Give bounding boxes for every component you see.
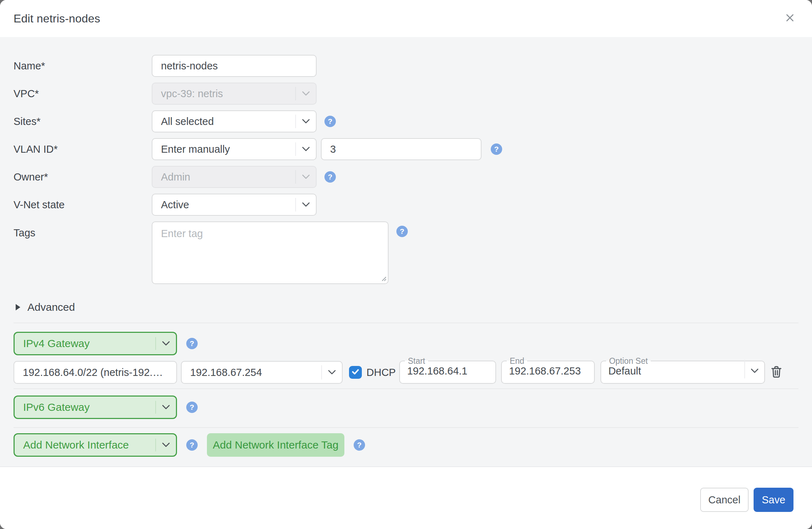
dialog-header: Edit netris-nodes (0, 0, 812, 37)
sites-select-value: All selected (152, 116, 295, 127)
vpc-select: vpc-39: netris (152, 83, 317, 105)
divider (14, 388, 798, 389)
tags-row: Tags ? (14, 221, 798, 286)
vlan-mode-value: Enter manually (152, 143, 295, 155)
chevron-down-icon (745, 368, 764, 373)
caret-right-icon (15, 303, 21, 311)
chevron-down-icon (322, 370, 342, 375)
chevron-down-icon (296, 119, 316, 124)
ipv4-subnet-input[interactable]: 192.168.64.0/22 (netris-192.168… (14, 361, 177, 384)
ipv6-gateway-select[interactable]: IPv6 Gateway (14, 396, 177, 419)
divider (14, 427, 798, 428)
ipv4-subnet-value: 192.168.64.0/22 (netris-192.168… (23, 367, 168, 378)
ipv4-gateway-select-value: IPv4 Gateway (15, 337, 155, 350)
close-icon (784, 12, 796, 25)
add-interface-select[interactable]: Add Network Interface (14, 433, 177, 457)
sites-row: Sites* All selected ? (14, 110, 798, 132)
chevron-down-icon (296, 147, 316, 152)
ipv4-config-row: 192.168.64.0/22 (netris-192.168… 192.168… (14, 361, 798, 384)
owner-row: Owner* Admin ? (14, 166, 798, 188)
chevron-down-icon (156, 405, 176, 410)
close-button[interactable] (782, 11, 798, 26)
owner-help-icon[interactable]: ? (324, 171, 336, 183)
add-interface-select-value: Add Network Interface (15, 439, 155, 451)
dhcp-end-field[interactable]: End 192.168.67.253 (501, 357, 595, 384)
checkmark-icon (351, 367, 360, 378)
vlan-label: VLAN ID* (14, 138, 152, 160)
dhcp-start-value: 192.168.64.1 (400, 365, 495, 377)
ipv4-gateway-row: IPv4 Gateway ? (14, 332, 798, 355)
trash-icon (771, 366, 782, 379)
name-row: Name* netris-nodes (14, 55, 798, 77)
sites-label: Sites* (14, 110, 152, 132)
dhcp-start-field[interactable]: Start 192.168.64.1 (399, 357, 496, 384)
ipv4-gateway-help-icon[interactable]: ? (186, 338, 198, 349)
cancel-button[interactable]: Cancel (700, 488, 749, 512)
chevron-down-icon (296, 174, 316, 179)
dhcp-start-label: Start (405, 357, 428, 365)
vnet-state-select[interactable]: Active (152, 194, 317, 216)
ipv6-gateway-row: IPv6 Gateway ? (14, 396, 798, 419)
dialog-body: Name* netris-nodes VPC* vpc-39: netris S… (0, 37, 812, 466)
owner-label: Owner* (14, 166, 152, 188)
dhcp-checkbox[interactable] (349, 366, 362, 379)
tags-help-icon[interactable]: ? (396, 226, 408, 237)
tags-input[interactable] (152, 221, 389, 284)
dialog-title: Edit netris-nodes (14, 12, 100, 25)
divider (14, 323, 798, 323)
vlan-mode-select[interactable]: Enter manually (152, 138, 317, 160)
sites-help-icon[interactable]: ? (324, 116, 336, 127)
add-interface-tag-button[interactable]: Add Network Interface Tag (207, 433, 344, 457)
add-interface-row: Add Network Interface ? Add Network Inte… (14, 433, 798, 457)
option-set-label: Option Set (606, 357, 651, 365)
vlan-help-icon[interactable]: ? (491, 143, 502, 155)
vpc-row: VPC* vpc-39: netris (14, 83, 798, 105)
vlan-row: VLAN ID* Enter manually 3 ? (14, 138, 798, 160)
vnet-state-row: V-Net state Active (14, 194, 798, 216)
chevron-down-icon (296, 91, 316, 96)
add-interface-tag-help-icon[interactable]: ? (354, 439, 365, 451)
sites-select[interactable]: All selected (152, 110, 317, 132)
dhcp-end-label: End (507, 357, 527, 365)
vnet-state-value: Active (152, 199, 295, 211)
save-button[interactable]: Save (754, 488, 793, 512)
option-set-value: Default (601, 365, 744, 377)
advanced-label: Advanced (27, 301, 75, 313)
ipv6-gateway-select-value: IPv6 Gateway (15, 401, 155, 413)
advanced-toggle[interactable]: Advanced (14, 301, 798, 313)
add-interface-help-icon[interactable]: ? (186, 439, 198, 451)
chevron-down-icon (156, 341, 176, 346)
owner-select: Admin (152, 166, 317, 188)
chevron-down-icon (156, 442, 176, 447)
ipv6-gateway-help-icon[interactable]: ? (186, 402, 198, 413)
dhcp-end-value: 192.168.67.253 (502, 365, 594, 377)
tags-label: Tags (14, 221, 152, 286)
ipv4-gateway-select[interactable]: IPv4 Gateway (14, 332, 177, 355)
vpc-select-value: vpc-39: netris (152, 88, 295, 100)
ipv4-gateway-ip-value: 192.168.67.254 (182, 367, 321, 378)
edit-vnet-dialog: Edit netris-nodes Name* netris-nodes VPC… (0, 0, 812, 529)
vnet-state-label: V-Net state (14, 194, 152, 216)
dialog-footer: Cancel Save (0, 466, 812, 529)
vlan-id-input[interactable]: 3 (321, 138, 482, 160)
dhcp-label: DHCP (366, 367, 396, 378)
name-input[interactable]: netris-nodes (152, 55, 317, 77)
delete-gateway-button[interactable] (771, 366, 782, 379)
vpc-label: VPC* (14, 83, 152, 105)
chevron-down-icon (296, 202, 316, 207)
owner-select-value: Admin (152, 171, 295, 183)
ipv4-gateway-ip-select[interactable]: 192.168.67.254 (181, 361, 343, 384)
option-set-select[interactable]: Option Set Default (600, 357, 765, 384)
name-label: Name* (14, 55, 152, 77)
